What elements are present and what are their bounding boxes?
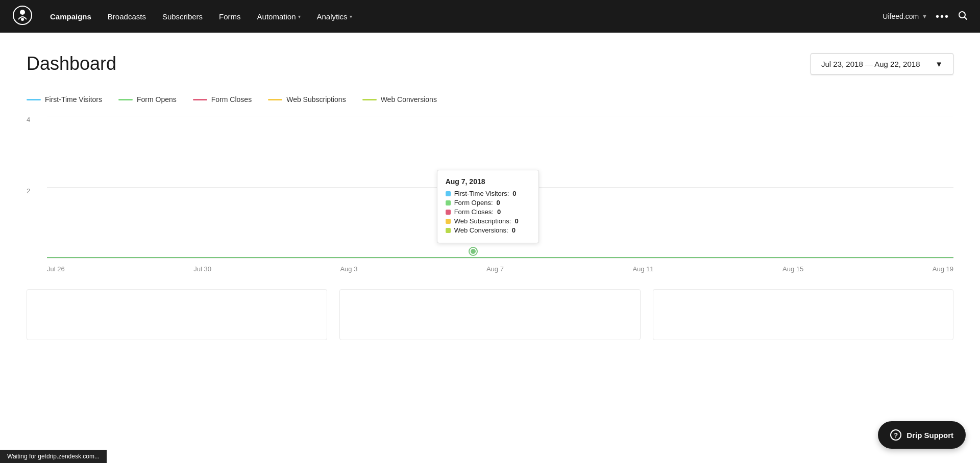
legend-color-first-time-visitors [27,99,41,100]
legend-item-form-opens: Form Opens [118,95,177,104]
x-label-aug7: Aug 7 [486,265,504,273]
x-label-aug19: Aug 19 [933,265,953,273]
svg-point-0 [13,6,32,24]
automation-chevron-icon: ▾ [298,14,301,19]
analytics-chevron-icon: ▾ [350,14,352,19]
tooltip-dot-web-subscriptions [446,219,451,224]
tooltip-dot-first-time [446,191,451,196]
svg-point-2 [21,18,24,21]
chart-section: First-Time Visitors Form Opens Form Clos… [27,95,953,340]
x-label-aug11: Aug 11 [632,265,653,273]
legend-item-web-conversions: Web Conversions [362,95,437,104]
legend-color-form-closes [193,99,207,100]
nav-item-analytics[interactable]: Analytics ▾ [310,8,359,25]
search-button[interactable] [958,10,968,23]
tooltip-row-form-opens: Form Opens: 0 [446,199,530,207]
legend-item-first-time-visitors: First-Time Visitors [27,95,102,104]
tooltip-row-web-conversions: Web Conversions: 0 [446,226,530,234]
date-range-chevron-icon: ▼ [935,60,943,68]
more-options-button[interactable]: ••• [936,11,949,22]
page-title: Dashboard [27,53,116,74]
chart-active-dot [470,248,477,255]
tooltip-row-web-subscriptions: Web Subscriptions: 0 [446,217,530,225]
legend-item-form-closes: Form Closes [193,95,252,104]
legend-color-web-subscriptions [268,99,282,100]
tooltip-dot-form-closes [446,210,451,215]
navigation: Campaigns Broadcasts Subscribers Forms A… [0,0,980,33]
bottom-panels [27,289,953,340]
nav-item-forms[interactable]: Forms [212,8,248,25]
x-label-aug15: Aug 15 [782,265,803,273]
date-range-picker[interactable]: Jul 23, 2018 — Aug 22, 2018 ▼ [811,53,953,75]
nav-item-automation[interactable]: Automation ▾ [250,8,308,25]
legend-item-web-subscriptions: Web Subscriptions [268,95,346,104]
tooltip-row-form-closes: Form Closes: 0 [446,208,530,216]
bottom-panel-2 [339,289,640,340]
chart-area: Aug 7, 2018 First-Time Visitors: 0 Form … [47,116,953,259]
tooltip-dot-web-conversions [446,228,451,233]
nav-item-campaigns[interactable]: Campaigns [43,8,99,25]
legend-color-form-opens [118,99,133,100]
logo[interactable] [12,5,43,28]
tooltip-dot-form-opens [446,200,451,205]
svg-line-4 [965,17,967,19]
dashboard-header: Dashboard Jul 23, 2018 — Aug 22, 2018 ▼ [27,53,953,75]
main-content: Dashboard Jul 23, 2018 — Aug 22, 2018 ▼ … [0,33,980,361]
x-label-aug3: Aug 3 [340,265,357,273]
nav-right: Uifeed.com ▼ ••• [883,10,968,23]
tooltip-row-first-time: First-Time Visitors: 0 [446,190,530,197]
nav-item-subscribers[interactable]: Subscribers [155,8,210,25]
bottom-panel-3 [653,289,953,340]
chart-y-labels: 4 2 [27,116,30,259]
nav-item-broadcasts[interactable]: Broadcasts [101,8,153,25]
bottom-panel-1 [27,289,327,340]
legend-color-web-conversions [362,99,377,100]
chart-legend: First-Time Visitors Form Opens Form Clos… [27,95,953,104]
x-label-jul26: Jul 26 [47,265,65,273]
domain-selector[interactable]: Uifeed.com ▼ [883,12,927,20]
x-label-jul30: Jul 30 [193,265,211,273]
tooltip-date: Aug 7, 2018 [446,177,530,186]
chart-x-labels: Jul 26 Jul 30 Aug 3 Aug 7 Aug 11 Aug 15 … [47,259,953,279]
svg-point-1 [20,10,25,15]
chart-tooltip: Aug 7, 2018 First-Time Visitors: 0 Form … [437,170,539,243]
nav-items: Campaigns Broadcasts Subscribers Forms A… [43,8,883,25]
domain-chevron-icon: ▼ [922,13,927,19]
chart-container[interactable]: 4 2 Aug 7, 2018 [27,116,953,279]
